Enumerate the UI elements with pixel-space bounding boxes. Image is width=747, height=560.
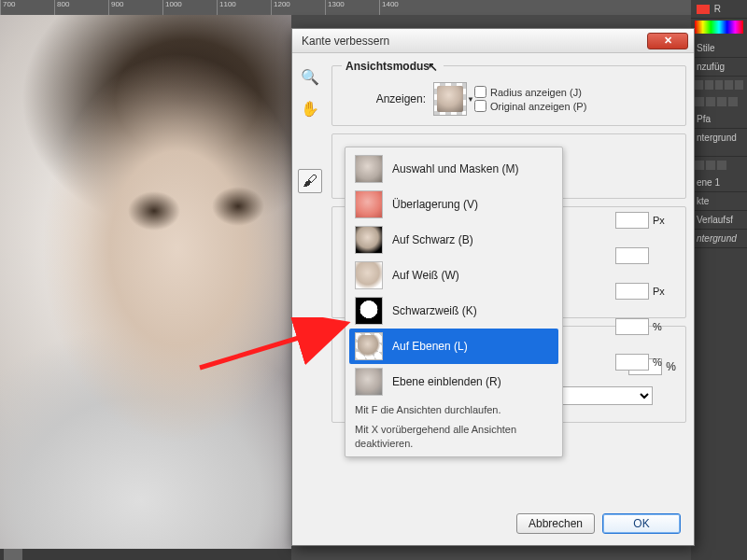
- refine-edge-dialog: Kante verbessern ✕ 🔍 ✋ 🖌 Ansichtsmodus↖ …: [291, 28, 695, 546]
- hand-tool-icon[interactable]: ✋: [298, 96, 322, 120]
- view-mode-dropdown[interactable]: ▼: [433, 82, 467, 116]
- refine-brush-tool-icon[interactable]: 🖌: [298, 169, 322, 193]
- unit-label: Px: [653, 215, 665, 226]
- layer-row[interactable]: kte: [691, 192, 747, 211]
- shift-edge-input[interactable]: [615, 354, 649, 371]
- view-mode-hint: Mit X vorübergehend alle Ansichten deakt…: [349, 419, 558, 453]
- scrollbar-thumb[interactable]: [4, 549, 22, 560]
- panel-addlayer[interactable]: nzufüg: [691, 58, 747, 77]
- cancel-button[interactable]: Abbrechen: [516, 513, 595, 534]
- zoom-tool-icon[interactable]: 🔍: [298, 64, 322, 89]
- view-mode-option[interactable]: Schwarzweiß (K): [349, 293, 558, 329]
- unit-label: %: [653, 321, 662, 332]
- panel-paths-tab[interactable]: Pfa: [691, 110, 747, 129]
- unit-label: %: [653, 357, 662, 368]
- dialog-title: Kante verbessern: [302, 35, 389, 48]
- panel-icons-row: [691, 93, 747, 110]
- ok-button[interactable]: OK: [602, 513, 681, 534]
- dialog-titlebar[interactable]: Kante verbessern ✕: [292, 29, 694, 53]
- view-mode-hint: Mit F die Ansichten durchlaufen.: [349, 399, 558, 419]
- portrait-photo: [0, 15, 291, 560]
- canvas-scrollbar[interactable]: [0, 549, 291, 560]
- panel-styles[interactable]: Stile: [691, 39, 747, 58]
- smooth-input[interactable]: [615, 247, 649, 264]
- layer-row[interactable]: Verlaufsf: [691, 211, 747, 230]
- swatch-fg[interactable]: [697, 5, 710, 14]
- layer-row[interactable]: ntergrund: [691, 230, 747, 248]
- close-button[interactable]: ✕: [647, 33, 688, 49]
- view-mode-option[interactable]: Überlagerung (V): [349, 187, 558, 222]
- feather-input[interactable]: [615, 283, 649, 300]
- panels-dock: R Stile nzufüg Pfa ntergrund ene 1 kte V…: [691, 0, 747, 560]
- cursor-icon: ↖: [428, 60, 438, 74]
- view-mode-option[interactable]: Auswahl und Masken (M): [349, 151, 558, 187]
- view-mode-option-selected[interactable]: Auf Ebenen (L): [349, 329, 558, 364]
- view-mode-menu: Auswahl und Masken (M) Überlagerung (V) …: [345, 147, 563, 457]
- radius-input[interactable]: [615, 212, 649, 229]
- dialog-tool-column: 🔍 ✋ 🖌: [298, 64, 326, 193]
- view-mode-legend: Ansichtsmodus: [345, 60, 430, 73]
- unit-label: Px: [653, 286, 665, 297]
- view-mode-option[interactable]: Auf Weiß (W): [349, 258, 558, 293]
- layer-row[interactable]: ntergrund: [691, 129, 747, 157]
- panel-icons-row: [691, 157, 747, 174]
- view-mode-option[interactable]: Ebene einblenden (R): [349, 364, 558, 399]
- ruler-horizontal: 70080090010001100120013001400: [0, 0, 747, 15]
- document-canvas[interactable]: [0, 15, 291, 560]
- view-mode-option[interactable]: Auf Schwarz (B): [349, 222, 558, 258]
- show-radius-checkbox[interactable]: Radius anzeigen (J): [474, 86, 586, 98]
- photoshop-workspace: 70080090010001100120013001400 R Stile nz…: [0, 0, 747, 560]
- layer-row[interactable]: ene 1: [691, 174, 747, 192]
- panel-icons-row: [691, 77, 747, 93]
- view-mode-group: Ansichtsmodus↖ Anzeigen: ▼ Radius anzeig…: [331, 59, 686, 126]
- anzeigen-label: Anzeigen:: [342, 92, 426, 105]
- color-spectrum[interactable]: [695, 21, 743, 34]
- contrast-input[interactable]: [615, 318, 649, 335]
- chevron-down-icon: ▼: [467, 95, 474, 104]
- close-icon: ✕: [664, 35, 672, 47]
- panel-color[interactable]: R: [691, 0, 747, 19]
- show-original-checkbox[interactable]: Original anzeigen (P): [474, 100, 586, 112]
